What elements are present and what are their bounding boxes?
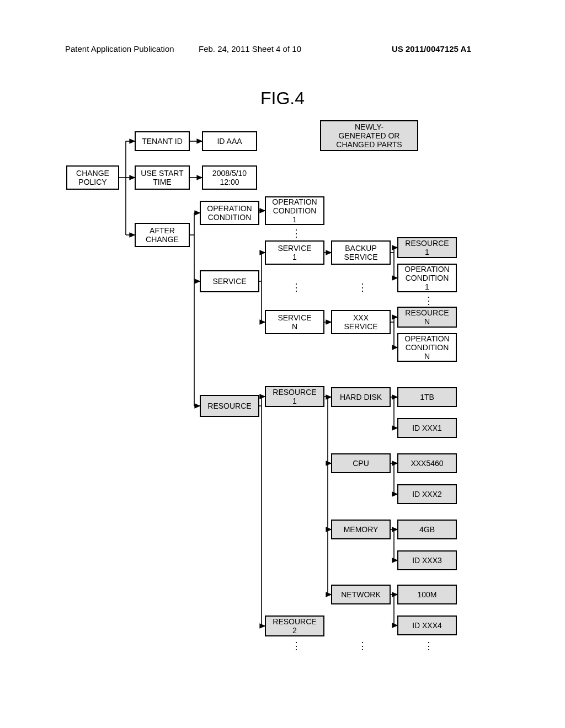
resource-1-small-box: RESOURCE 1 <box>397 237 457 258</box>
header-left: Patent Application Publication <box>65 44 174 53</box>
memory-val-box: 4GB <box>397 520 457 539</box>
resource-box: RESOURCE <box>200 395 259 417</box>
tenant-id-label-box: TENANT ID <box>135 131 190 151</box>
memory-id-box: ID XXX3 <box>397 550 457 570</box>
hard-disk-val-box: 1TB <box>397 387 457 407</box>
service-box: SERVICE <box>200 270 259 292</box>
network-val-box: 100M <box>397 585 457 604</box>
xxx-service-box: XXX SERVICE <box>331 310 391 334</box>
use-start-label-box: USE START TIME <box>135 165 190 190</box>
hard-disk-id-box: ID XXX1 <box>397 418 457 438</box>
figure-title: FIG.4 <box>0 88 565 109</box>
vdots-service-col2: ⋮ <box>358 281 369 293</box>
network-box: NETWORK <box>331 585 391 604</box>
service-1-box: SERVICE 1 <box>265 240 324 265</box>
service-n-box: SERVICE N <box>265 310 324 334</box>
vdots-service-col1: ⋮ <box>291 281 302 293</box>
cpu-id-box: ID XXX2 <box>397 484 457 504</box>
op-cond-n-box: OPERATION CONDITION N <box>397 333 457 362</box>
memory-box: MEMORY <box>331 520 391 539</box>
header-right: US 2011/0047125 A1 <box>392 44 471 53</box>
resource-1-box: RESOURCE 1 <box>265 386 324 407</box>
op-cond-1-box: OPERATION CONDITION 1 <box>265 196 324 225</box>
vdots-bottom-1: ⋮ <box>291 640 302 652</box>
hard-disk-box: HARD DISK <box>331 387 391 407</box>
op-cond-1b-box: OPERATION CONDITION 1 <box>397 264 457 292</box>
vdots-opcond1b: ⋮ <box>424 295 435 307</box>
backup-service-box: BACKUP SERVICE <box>331 240 391 265</box>
cpu-val-box: XXX5460 <box>397 453 457 473</box>
vdots-bottom-2: ⋮ <box>358 640 369 652</box>
cpu-box: CPU <box>331 453 391 473</box>
vdots-bottom-3: ⋮ <box>424 640 435 652</box>
resource-n-small-box: RESOURCE N <box>397 307 457 328</box>
vdots-opcond: ⋮ <box>291 227 302 239</box>
resource-2-box: RESOURCE 2 <box>265 615 324 636</box>
use-start-value-box: 2008/5/10 12:00 <box>202 165 257 190</box>
legend-box: NEWLY- GENERATED OR CHANGED PARTS <box>320 120 418 151</box>
change-policy-box: CHANGE POLICY <box>66 165 119 190</box>
page-header: Patent Application Publication Feb. 24, … <box>0 44 565 57</box>
tenant-id-value-box: ID AAA <box>202 131 257 151</box>
header-mid: Feb. 24, 2011 Sheet 4 of 10 <box>199 44 301 53</box>
network-id-box: ID XXX4 <box>397 615 457 635</box>
op-cond-box: OPERATION CONDITION <box>200 201 259 225</box>
after-change-box: AFTER CHANGE <box>135 223 190 247</box>
